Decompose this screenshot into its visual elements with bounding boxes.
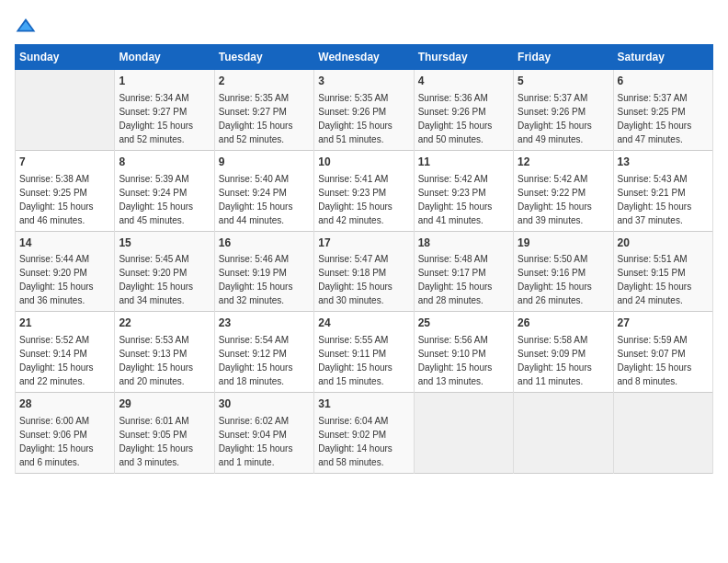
day-info: Sunrise: 5:58 AMSunset: 9:09 PMDaylight:… <box>518 333 609 388</box>
day-number: 9 <box>219 155 310 170</box>
day-info: Sunrise: 5:35 AMSunset: 9:26 PMDaylight:… <box>318 91 409 146</box>
weekday-header-wednesday: Wednesday <box>314 45 414 70</box>
calendar-cell: 26Sunrise: 5:58 AMSunset: 9:09 PMDayligh… <box>514 312 613 393</box>
calendar-cell: 22Sunrise: 5:53 AMSunset: 9:13 PMDayligh… <box>115 312 214 393</box>
calendar-cell: 12Sunrise: 5:42 AMSunset: 9:22 PMDayligh… <box>514 150 613 231</box>
calendar-cell: 2Sunrise: 5:35 AMSunset: 9:27 PMDaylight… <box>214 70 313 151</box>
day-number: 17 <box>318 236 409 251</box>
day-info: Sunrise: 5:39 AMSunset: 9:24 PMDaylight:… <box>119 172 210 227</box>
day-info: Sunrise: 5:42 AMSunset: 9:22 PMDaylight:… <box>518 172 609 227</box>
weekday-header-thursday: Thursday <box>414 45 513 70</box>
day-info: Sunrise: 5:53 AMSunset: 9:13 PMDaylight:… <box>119 333 210 388</box>
calendar-cell: 10Sunrise: 5:41 AMSunset: 9:23 PMDayligh… <box>314 150 414 231</box>
calendar-week-4: 21Sunrise: 5:52 AMSunset: 9:14 PMDayligh… <box>16 312 713 393</box>
day-info: Sunrise: 5:59 AMSunset: 9:07 PMDaylight:… <box>618 333 709 388</box>
day-number: 14 <box>19 236 110 251</box>
calendar-cell <box>613 393 712 474</box>
day-number: 30 <box>219 396 310 412</box>
calendar-cell <box>16 70 115 151</box>
weekday-header-row: SundayMondayTuesdayWednesdayThursdayFrid… <box>16 45 713 70</box>
calendar-week-3: 14Sunrise: 5:44 AMSunset: 9:20 PMDayligh… <box>16 231 713 312</box>
day-info: Sunrise: 5:46 AMSunset: 9:19 PMDaylight:… <box>219 252 310 307</box>
calendar-cell: 24Sunrise: 5:55 AMSunset: 9:11 PMDayligh… <box>314 312 414 393</box>
calendar-week-1: 1Sunrise: 5:34 AMSunset: 9:27 PMDaylight… <box>16 70 713 151</box>
calendar-week-5: 28Sunrise: 6:00 AMSunset: 9:06 PMDayligh… <box>16 393 713 474</box>
day-number: 24 <box>318 316 409 331</box>
day-info: Sunrise: 5:56 AMSunset: 9:10 PMDaylight:… <box>418 333 509 388</box>
day-info: Sunrise: 6:04 AMSunset: 9:02 PMDaylight:… <box>318 414 409 469</box>
calendar-week-2: 7Sunrise: 5:38 AMSunset: 9:25 PMDaylight… <box>16 150 713 231</box>
day-info: Sunrise: 5:45 AMSunset: 9:20 PMDaylight:… <box>119 252 210 307</box>
calendar-cell: 18Sunrise: 5:48 AMSunset: 9:17 PMDayligh… <box>414 231 513 312</box>
day-number: 10 <box>318 155 409 170</box>
day-number: 5 <box>518 74 609 89</box>
day-info: Sunrise: 5:42 AMSunset: 9:23 PMDaylight:… <box>418 172 509 227</box>
day-number: 25 <box>418 316 509 331</box>
calendar-cell <box>414 393 513 474</box>
day-number: 28 <box>19 396 110 412</box>
day-number: 22 <box>119 316 210 331</box>
day-number: 19 <box>518 236 609 251</box>
day-number: 6 <box>618 74 709 89</box>
day-info: Sunrise: 5:52 AMSunset: 9:14 PMDaylight:… <box>19 333 110 388</box>
day-info: Sunrise: 5:34 AMSunset: 9:27 PMDaylight:… <box>119 91 210 146</box>
day-info: Sunrise: 5:55 AMSunset: 9:11 PMDaylight:… <box>318 333 409 388</box>
weekday-header-friday: Friday <box>514 45 613 70</box>
weekday-header-tuesday: Tuesday <box>214 45 313 70</box>
calendar-cell: 21Sunrise: 5:52 AMSunset: 9:14 PMDayligh… <box>16 312 115 393</box>
day-info: Sunrise: 5:51 AMSunset: 9:15 PMDaylight:… <box>618 252 709 307</box>
day-number: 8 <box>119 155 210 170</box>
day-info: Sunrise: 5:54 AMSunset: 9:12 PMDaylight:… <box>219 333 310 388</box>
calendar-cell: 11Sunrise: 5:42 AMSunset: 9:23 PMDayligh… <box>414 150 513 231</box>
day-info: Sunrise: 6:01 AMSunset: 9:05 PMDaylight:… <box>119 414 210 469</box>
day-number: 21 <box>19 316 110 331</box>
day-number: 15 <box>119 236 210 251</box>
day-info: Sunrise: 5:41 AMSunset: 9:23 PMDaylight:… <box>318 172 409 227</box>
day-number: 12 <box>518 155 609 170</box>
calendar-cell: 6Sunrise: 5:37 AMSunset: 9:25 PMDaylight… <box>613 70 712 151</box>
day-number: 7 <box>19 155 110 170</box>
calendar-cell: 7Sunrise: 5:38 AMSunset: 9:25 PMDaylight… <box>16 150 115 231</box>
day-number: 20 <box>618 236 709 251</box>
day-number: 4 <box>418 74 509 89</box>
day-number: 3 <box>318 74 409 89</box>
day-number: 27 <box>618 316 709 331</box>
day-info: Sunrise: 5:44 AMSunset: 9:20 PMDaylight:… <box>19 252 110 307</box>
day-info: Sunrise: 5:50 AMSunset: 9:16 PMDaylight:… <box>518 252 609 307</box>
day-number: 1 <box>119 74 210 89</box>
day-number: 23 <box>219 316 310 331</box>
logo-icon <box>15 15 37 37</box>
calendar-cell: 27Sunrise: 5:59 AMSunset: 9:07 PMDayligh… <box>613 312 712 393</box>
weekday-header-sunday: Sunday <box>16 45 115 70</box>
calendar-cell: 14Sunrise: 5:44 AMSunset: 9:20 PMDayligh… <box>16 231 115 312</box>
calendar-cell: 15Sunrise: 5:45 AMSunset: 9:20 PMDayligh… <box>115 231 214 312</box>
day-number: 18 <box>418 236 509 251</box>
calendar-cell: 3Sunrise: 5:35 AMSunset: 9:26 PMDaylight… <box>314 70 414 151</box>
calendar-cell: 23Sunrise: 5:54 AMSunset: 9:12 PMDayligh… <box>214 312 313 393</box>
day-info: Sunrise: 5:47 AMSunset: 9:18 PMDaylight:… <box>318 252 409 307</box>
calendar-cell: 31Sunrise: 6:04 AMSunset: 9:02 PMDayligh… <box>314 393 414 474</box>
calendar-cell: 28Sunrise: 6:00 AMSunset: 9:06 PMDayligh… <box>16 393 115 474</box>
calendar-cell <box>514 393 613 474</box>
day-info: Sunrise: 5:35 AMSunset: 9:27 PMDaylight:… <box>219 91 310 146</box>
calendar-cell: 4Sunrise: 5:36 AMSunset: 9:26 PMDaylight… <box>414 70 513 151</box>
calendar-cell: 29Sunrise: 6:01 AMSunset: 9:05 PMDayligh… <box>115 393 214 474</box>
day-number: 26 <box>518 316 609 331</box>
weekday-header-saturday: Saturday <box>613 45 712 70</box>
calendar-cell: 30Sunrise: 6:02 AMSunset: 9:04 PMDayligh… <box>214 393 313 474</box>
calendar-cell: 13Sunrise: 5:43 AMSunset: 9:21 PMDayligh… <box>613 150 712 231</box>
day-number: 13 <box>618 155 709 170</box>
weekday-header-monday: Monday <box>115 45 214 70</box>
calendar-cell: 8Sunrise: 5:39 AMSunset: 9:24 PMDaylight… <box>115 150 214 231</box>
logo <box>15 15 40 37</box>
calendar-cell: 19Sunrise: 5:50 AMSunset: 9:16 PMDayligh… <box>514 231 613 312</box>
day-info: Sunrise: 5:40 AMSunset: 9:24 PMDaylight:… <box>219 172 310 227</box>
calendar-cell: 9Sunrise: 5:40 AMSunset: 9:24 PMDaylight… <box>214 150 313 231</box>
day-number: 2 <box>219 74 310 89</box>
calendar-table: SundayMondayTuesdayWednesdayThursdayFrid… <box>15 44 713 474</box>
day-number: 29 <box>119 396 210 412</box>
day-info: Sunrise: 6:00 AMSunset: 9:06 PMDaylight:… <box>19 414 110 469</box>
calendar-cell: 1Sunrise: 5:34 AMSunset: 9:27 PMDaylight… <box>115 70 214 151</box>
calendar-cell: 5Sunrise: 5:37 AMSunset: 9:26 PMDaylight… <box>514 70 613 151</box>
day-number: 16 <box>219 236 310 251</box>
